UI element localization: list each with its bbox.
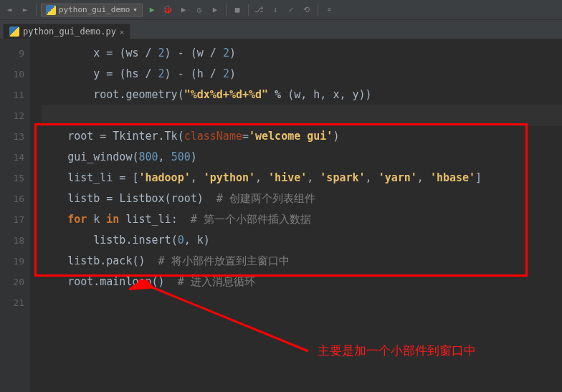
separator <box>36 4 37 16</box>
dropdown-label: python_gui_demo <box>59 5 130 14</box>
code-line: root = Tkinter.Tk(className='welcome gui… <box>42 126 562 147</box>
line-num: 13 <box>0 126 24 147</box>
toolbar: ◄ ► python_gui_demo ▾ ▶ 🐞 ▶ ◷ ▶ ■ ⎇ ↓ ✓ … <box>0 0 562 20</box>
gutter: 9 10 11 12 13 14 15 16 17 18 19 20 21 <box>0 39 30 392</box>
code-line: listb.insert(0, k) <box>42 230 562 251</box>
code-line: root.mainloop() # 进入消息循环 <box>42 272 562 292</box>
update-icon[interactable]: ↓ <box>269 4 282 16</box>
line-num: 19 <box>0 251 24 272</box>
attach-icon[interactable]: ▶ <box>209 4 222 16</box>
line-num: 16 <box>0 188 24 209</box>
tab-filename: python_gui_demo.py <box>23 27 116 37</box>
separator <box>318 4 318 16</box>
code-line: listb.pack() # 将小部件放置到主窗口中 <box>42 251 562 272</box>
code-line: list_li = ['hadoop', 'python', 'hive', '… <box>42 168 562 188</box>
code-line: listb = Listbox(root) # 创建两个列表组件 <box>42 188 562 209</box>
chevron-down-icon: ▾ <box>133 5 138 14</box>
line-num: 21 <box>0 292 24 313</box>
python-file-icon <box>9 27 19 37</box>
editor: 9 10 11 12 13 14 15 16 17 18 19 20 21 x … <box>0 39 562 392</box>
debug-icon[interactable]: 🐞 <box>161 4 174 16</box>
code-line: y = (hs / 2) - (h / 2) <box>42 64 562 85</box>
code-line <box>42 105 562 126</box>
line-num: 9 <box>0 43 24 64</box>
coverage-icon[interactable]: ▶ <box>177 4 190 16</box>
run-config-dropdown[interactable]: python_gui_demo ▾ <box>41 4 143 16</box>
annotation-text: 主要是加一个小部件到窗口中 <box>318 343 476 359</box>
vcs-icon[interactable]: ⎇ <box>253 4 266 16</box>
line-num: 10 <box>0 64 24 85</box>
code-area[interactable]: x = (ws / 2) - (w / 2) y = (hs / 2) - (h… <box>30 39 562 392</box>
python-icon <box>46 5 56 15</box>
history-icon[interactable]: ⟲ <box>300 4 313 16</box>
separator <box>248 4 249 16</box>
search-icon[interactable]: ⌕ <box>323 4 335 16</box>
file-tab[interactable]: python_gui_demo.py ✕ <box>3 24 130 39</box>
stop-icon[interactable]: ■ <box>231 4 244 16</box>
line-num: 15 <box>0 168 24 188</box>
back-icon[interactable]: ◄ <box>3 4 16 16</box>
line-num: 17 <box>0 209 24 230</box>
code-line <box>42 292 562 313</box>
code-line: root.geometry("%dx%d+%d+%d" % (w, h, x, … <box>42 85 562 105</box>
code-line: gui_window(800, 500) <box>42 147 562 168</box>
line-num: 11 <box>0 85 24 105</box>
line-num: 18 <box>0 230 24 251</box>
code-line: x = (ws / 2) - (w / 2) <box>42 43 562 64</box>
line-num: 20 <box>0 272 24 292</box>
close-icon[interactable]: ✕ <box>120 28 124 36</box>
profile-icon[interactable]: ◷ <box>193 4 206 16</box>
line-num: 14 <box>0 147 24 168</box>
run-icon[interactable]: ▶ <box>146 4 158 16</box>
code-line: for k in list_li: # 第一个小部件插入数据 <box>42 209 562 230</box>
tab-bar: python_gui_demo.py ✕ <box>0 20 562 39</box>
separator <box>226 4 227 16</box>
line-num: 12 <box>0 105 24 126</box>
forward-icon[interactable]: ► <box>19 4 32 16</box>
commit-icon[interactable]: ✓ <box>285 4 297 16</box>
